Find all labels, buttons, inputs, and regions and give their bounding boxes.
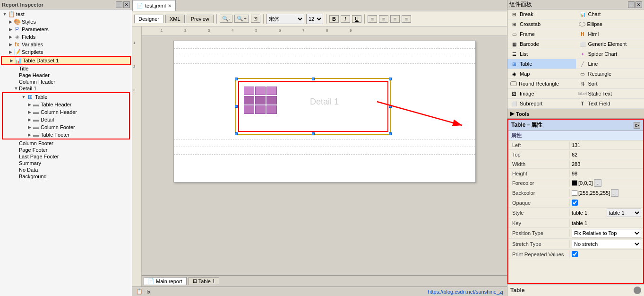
comp-ellipse[interactable]: Ellipse [576,19,644,29]
inspector-minimize[interactable]: ─ [116,1,122,8]
expand-table-header[interactable]: ▶ [26,102,32,107]
prop-print-repeated-value[interactable] [570,250,643,258]
print-repeated-checkbox[interactable] [572,251,578,257]
comp-chart[interactable]: 📊 Chart [576,9,644,19]
expand-fields[interactable]: ▶ [8,34,13,40]
tree-item-background[interactable]: ▶ Background [1,173,131,180]
align-justify-button[interactable]: ≡ [402,15,411,23]
comp-list[interactable]: ☰ List [507,49,576,59]
tab-preview[interactable]: Preview [187,15,214,23]
comp-generic[interactable]: ⬜ Generic Element [576,39,644,49]
prop-position-type-value[interactable]: Fix Relative to Top stretch [570,228,643,238]
font-select[interactable]: 宋体 [266,14,304,24]
comp-image[interactable]: 🖼 Image [507,89,576,99]
right-panel-minimize[interactable]: ─ [628,1,635,8]
file-tab-close[interactable]: ✕ [168,3,172,9]
comp-spider[interactable]: ✦ Spider Chart [576,49,644,59]
expand-detail[interactable]: ▶ [26,117,32,122]
comp-barcode[interactable]: ▦ Barcode [507,39,576,49]
bottom-tab-main[interactable]: 📄 Main report [144,277,187,285]
handle-bl[interactable] [235,132,238,135]
zoom-in-button[interactable]: 🔍+ [234,15,249,23]
expand-parameters[interactable]: ▶ [8,26,13,32]
position-type-select[interactable]: Fix Relative to Top stretch [572,229,641,237]
prop-backcolor-value[interactable]: [255,255,255] … [570,188,643,198]
tree-item-scriptlets[interactable]: ▶ 📝 Scriptlets [1,48,131,56]
zoom-out-button[interactable]: 🔍- [220,15,233,23]
zoom-fit-button[interactable]: ⊡ [251,15,260,23]
inspector-close[interactable]: ✕ [123,1,130,8]
tools-expand-icon[interactable]: ▶ [510,111,514,117]
tree-item-col-footer[interactable]: ▶ ▬ Column Footer [3,123,129,131]
expand-dataset1[interactable]: ▶ [9,58,14,63]
expand-col-footer[interactable]: ▶ [26,124,32,130]
prop-key-value[interactable]: table 1 [570,219,643,227]
tree-item-table-footer[interactable]: ▶ ▬ Table Footer [3,131,129,139]
handle-ml[interactable] [235,105,238,108]
expand-table[interactable]: ▼ [21,94,26,100]
stretch-type-select[interactable]: No stretch stretch [572,240,641,248]
comp-map[interactable]: ◉ Map [507,69,576,79]
tree-item-detail1[interactable]: ▼ Detail 1 [1,85,131,92]
handle-tl[interactable] [235,78,238,80]
handle-bc[interactable] [312,132,315,135]
prop-stretch-type-value[interactable]: No stretch stretch [570,239,643,249]
comp-rectangle[interactable]: ▭ Rectangle [576,69,644,79]
tab-designer[interactable]: Designer [134,15,163,23]
expand-detail1[interactable]: ▼ [13,86,19,91]
comp-subreport[interactable]: ⬜ Subreport [507,99,576,109]
style-dropdown[interactable]: table 1 table 1 [572,209,641,217]
table-outer-border[interactable] [235,78,391,135]
tree-item-summary[interactable]: ▶ Summary [1,160,131,166]
comp-line[interactable]: ╱ Line [576,59,644,69]
expand-variables[interactable]: ▶ [8,42,13,47]
handle-tc[interactable] [312,78,315,80]
prop-style-value[interactable]: table 1 table 1 [570,208,643,218]
tree-item-styles[interactable]: ▶ 🎨 Styles [1,18,131,26]
handle-br[interactable] [389,132,392,135]
tree-item-table-header[interactable]: ▶ ▬ Table Header [3,101,129,108]
comp-html[interactable]: H Html [576,29,644,39]
comp-table[interactable]: ⊞ Table [507,59,576,69]
prop-left-value[interactable]: 131 [570,141,643,149]
prop-height-value[interactable]: 98 [570,170,643,177]
expand-col-header2[interactable]: ▶ [26,109,32,115]
tree-item-table[interactable]: ▼ ⊞ Table [3,93,129,101]
prop-width-value[interactable]: 283 [570,160,643,168]
backcolor-btn[interactable]: … [611,189,618,197]
tree-item-variables[interactable]: ▶ fx Variables [1,41,131,48]
font-size-select[interactable]: 12 [306,14,323,24]
tree-item-last-page-footer[interactable]: ▶ Last Page Footer [1,153,131,160]
underline-button[interactable]: U [352,15,361,23]
bottom-tab-table1[interactable]: ⊞ Table 1 [189,277,219,285]
tree-item-page-footer[interactable]: ▶ Page Footer [1,147,131,153]
tree-item-dataset1[interactable]: ▶ 📊 Table Dataset 1 [1,56,131,65]
align-right-button[interactable]: ≡ [390,15,400,23]
prop-forecolor-value[interactable]: [0,0,0] … [570,178,643,188]
tree-item-page-header[interactable]: ▶ Page Header [1,72,131,78]
comp-static-text[interactable]: label Static Text [576,89,644,99]
forecolor-btn[interactable]: … [594,179,601,187]
prop-opaque-value[interactable] [570,199,643,207]
comp-frame[interactable]: ▭ Frame [507,29,576,39]
tree-item-title[interactable]: ▶ Title [1,65,131,72]
tree-item-column-footer[interactable]: ▶ Column Footer [1,140,131,147]
style-select[interactable]: table 1 [607,209,642,217]
right-panel-close[interactable]: ✕ [635,1,642,8]
expand-table-footer[interactable]: ▶ [26,132,32,138]
tree-item-detail[interactable]: ▶ ▬ Detail [3,116,129,123]
expand-styles[interactable]: ▶ [8,19,13,25]
italic-button[interactable]: I [341,15,350,23]
handle-tr[interactable] [389,78,392,80]
prop-top-value[interactable]: 62 [570,151,643,158]
align-center-button[interactable]: ≡ [379,15,388,23]
comp-text-field[interactable]: T Text Field [576,99,644,109]
tree-item-col-header[interactable]: ▶ Column Header [1,78,131,85]
comp-break[interactable]: ⊟ Break [507,9,576,19]
align-left-button[interactable]: ≡ [368,15,377,23]
handle-mr[interactable] [389,105,392,108]
bold-button[interactable]: B [329,15,339,23]
tree-item-no-data[interactable]: ▶ No Data [1,166,131,173]
opaque-checkbox[interactable] [572,200,578,206]
expand-test[interactable]: ▼ [2,11,8,17]
